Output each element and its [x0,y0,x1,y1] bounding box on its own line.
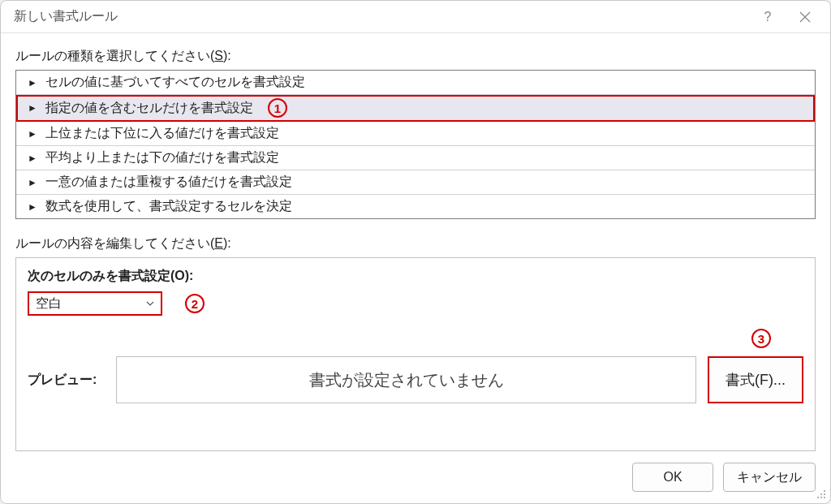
bullet-icon: ► [28,153,37,164]
rule-type-item[interactable]: ► 上位または下位に入る値だけを書式設定 [16,122,815,146]
rule-edit-panel: 次のセルのみを書式設定(O): 空白 2 プレビュー: 書式が設定されていません… [15,257,816,451]
rule-type-label: ルールの種類を選択してください(S): [15,48,816,65]
rule-edit-label: ルールの内容を編集してください(E): [15,235,816,252]
preview-label: プレビュー: [28,372,105,389]
bullet-icon: ► [28,102,37,114]
annotation-3: 3 [751,329,771,348]
cancel-button[interactable]: キャンセル [723,463,816,492]
dialog-footer: OK キャンセル [1,451,830,503]
bullet-icon: ► [28,128,37,140]
new-formatting-rule-dialog: 新しい書式ルール ? ルールの種類を選択してください(S): ► セルの値に基づ… [0,0,831,504]
help-button[interactable]: ? [749,4,786,30]
svg-point-2 [824,490,825,492]
preview-text: 書式が設定されていません [309,369,504,391]
preview-row: プレビュー: 書式が設定されていません 3 書式(F)... [28,356,803,403]
svg-point-3 [820,493,822,495]
resize-grip-icon[interactable] [814,487,827,500]
rule-type-item[interactable]: ► セルの値に基づいてすべてのセルを書式設定 [16,71,815,95]
format-button-wrap: 3 書式(F)... [708,356,803,403]
rule-type-text: 数式を使用して、書式設定するセルを決定 [45,198,292,215]
chevron-down-icon [146,299,154,308]
svg-point-4 [824,493,825,495]
format-only-label: 次のセルのみを書式設定(O): [28,268,803,285]
rule-type-text: 一意の値または重複する値だけを書式設定 [45,174,292,191]
rule-type-item[interactable]: ► 一意の値または重複する値だけを書式設定 [16,170,815,195]
rule-type-text: セルの値に基づいてすべてのセルを書式設定 [45,74,305,91]
titlebar: 新しい書式ルール ? [1,1,830,33]
preview-box: 書式が設定されていません [116,356,696,403]
rule-type-text: 指定の値を含むセルだけを書式設定 [45,100,253,117]
condition-dropdown[interactable]: 空白 [28,291,162,316]
condition-value: 空白 [36,295,62,312]
annotation-1: 1 [268,98,287,118]
dialog-title: 新しい書式ルール [14,8,749,25]
rule-type-item[interactable]: ► 平均より上または下の値だけを書式設定 [16,146,815,170]
dialog-body: ルールの種類を選択してください(S): ► セルの値に基づいてすべてのセルを書式… [1,33,830,451]
ok-button[interactable]: OK [632,463,713,492]
bullet-icon: ► [28,77,37,88]
condition-row: 空白 2 [28,291,803,316]
format-button[interactable]: 書式(F)... [708,356,803,403]
svg-point-5 [817,497,819,498]
rule-type-text: 平均より上または下の値だけを書式設定 [45,149,279,166]
rule-type-item-selected[interactable]: ► 指定の値を含むセルだけを書式設定 1 [16,95,815,122]
rule-type-item[interactable]: ► 数式を使用して、書式設定するセルを決定 [16,195,815,218]
annotation-2: 2 [185,294,205,313]
close-button[interactable] [786,4,824,30]
bullet-icon: ► [28,201,37,213]
rule-type-list: ► セルの値に基づいてすべてのセルを書式設定 ► 指定の値を含むセルだけを書式設… [15,70,816,219]
bullet-icon: ► [28,177,37,188]
rule-type-text: 上位または下位に入る値だけを書式設定 [45,125,279,142]
svg-point-7 [824,497,825,498]
svg-point-6 [820,497,822,498]
